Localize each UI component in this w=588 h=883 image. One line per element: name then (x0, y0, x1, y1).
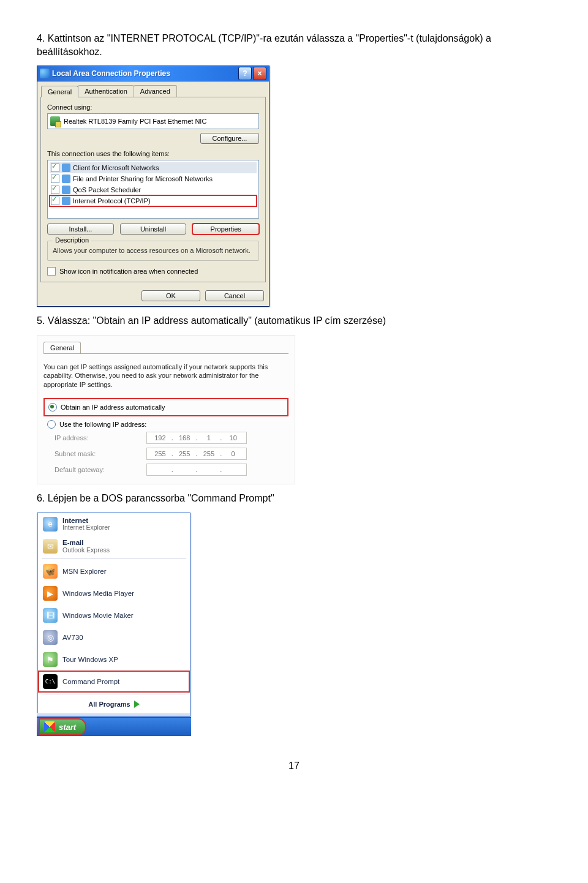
checkbox-icon[interactable] (51, 175, 59, 183)
ip-address-label: IP address: (55, 434, 146, 441)
start-button[interactable]: start (39, 719, 86, 735)
item-label: Client for Microsoft Networks (73, 164, 159, 171)
menu-item-main: E-mail (62, 539, 110, 547)
menu-item-email[interactable]: ✉ E-mail Outlook Express (38, 535, 190, 557)
step5-text: 5. Válassza: "Obtain an IP address autom… (37, 314, 551, 328)
ip-octet: 0 (224, 450, 243, 457)
protocol-icon (62, 186, 70, 194)
ie-icon: e (43, 517, 58, 532)
menu-item-main: AV730 (62, 634, 83, 642)
show-icon-checkbox-row[interactable]: Show icon in notification area when conn… (47, 267, 259, 276)
checkbox-icon[interactable] (47, 267, 56, 276)
tour-icon: ⚑ (43, 652, 58, 667)
dialog-titlebar: Local Area Connection Properties ? × (37, 66, 269, 81)
items-listbox[interactable]: Client for Microsoft Networks File and P… (47, 160, 259, 219)
default-gateway-row: Default gateway: . . . (43, 462, 288, 478)
item-qos-scheduler[interactable]: QoS Packet Scheduler (50, 184, 257, 195)
protocol-icon (62, 197, 70, 205)
ip-note-text: You can get IP settings assigned automat… (43, 363, 288, 390)
radio-label: Use the following IP address: (59, 421, 146, 428)
radio-icon[interactable] (48, 403, 57, 411)
obtain-auto-group: Obtain an IP address automatically (43, 398, 288, 416)
checkbox-icon[interactable] (51, 197, 59, 205)
menu-divider (42, 558, 186, 559)
protocol-icon (62, 175, 70, 183)
wmp-icon: ▶ (43, 586, 58, 601)
item-file-printer-sharing[interactable]: File and Printer Sharing for Microsoft N… (50, 173, 257, 184)
configure-button[interactable]: Configure... (200, 133, 259, 144)
install-button[interactable]: Install... (47, 224, 114, 235)
menu-item-internet[interactable]: e Internet Internet Explorer (38, 513, 190, 535)
description-text: Allows your computer to access resources… (53, 246, 254, 255)
help-button[interactable]: ? (238, 67, 252, 80)
ok-button[interactable]: OK (141, 290, 200, 301)
checkbox-icon[interactable] (51, 186, 59, 194)
step6-text: 6. Lépjen be a DOS parancssorba "Command… (37, 492, 551, 505)
default-gateway-label: Default gateway: (55, 466, 146, 473)
radio-icon[interactable] (47, 420, 56, 429)
menu-item-command-prompt[interactable]: C:\ Command Prompt (38, 671, 190, 693)
page-number: 17 (37, 761, 551, 772)
item-tcpip[interactable]: Internet Protocol (TCP/IP) (50, 195, 257, 206)
subnet-mask-label: Subnet mask: (55, 450, 146, 457)
show-icon-label: Show icon in notification area when conn… (59, 268, 198, 275)
default-gateway-field[interactable]: . . . (146, 464, 247, 476)
step4-text: 4. Kattintson az "INTERNET PROTOCAL (TCP… (37, 32, 551, 58)
radio-obtain-auto[interactable]: Obtain an IP address automatically (48, 402, 284, 413)
windows-flag-icon (44, 721, 55, 732)
menu-item-main: Tour Windows XP (62, 656, 118, 664)
start-menu: e Internet Internet Explorer ✉ E-mail Ou… (37, 513, 190, 717)
taskbar: start (37, 717, 191, 736)
tab-authentication[interactable]: Authentication (78, 85, 134, 97)
menu-item-main: Windows Media Player (62, 590, 134, 598)
item-buttons-row: Install... Uninstall Properties (47, 224, 259, 235)
nic-icon (50, 116, 60, 126)
menu-item-av730[interactable]: ◎ AV730 (38, 626, 190, 648)
subnet-mask-field[interactable]: 255. 255. 255. 0 (146, 448, 247, 460)
radio-label: Obtain an IP address automatically (61, 404, 165, 411)
menu-divider (42, 694, 186, 694)
all-programs[interactable]: All Programs (38, 696, 190, 713)
item-label: Internet Protocol (TCP/IP) (73, 197, 151, 205)
ip-address-row: IP address: 192. 168. 1. 10 (43, 430, 288, 446)
item-client-ms-networks[interactable]: Client for Microsoft Networks (50, 162, 257, 173)
tcpip-properties-panel: General You can get IP settings assigned… (37, 335, 295, 485)
lan-properties-dialog: Local Area Connection Properties ? × Gen… (37, 66, 270, 307)
radio-use-following[interactable]: Use the following IP address: (43, 419, 288, 430)
wmm-icon: 🎞 (43, 608, 58, 623)
tab-general[interactable]: General (43, 342, 81, 353)
menu-item-sub: Internet Explorer (62, 524, 110, 532)
ip-octet: 255 (175, 450, 194, 457)
ip-octet: 192 (151, 434, 170, 441)
properties-button[interactable]: Properties (192, 224, 259, 235)
description-group: Description Allows your computer to acce… (47, 241, 259, 261)
item-label: QoS Packet Scheduler (73, 186, 141, 194)
ip-octet: 255 (151, 450, 170, 457)
menu-item-wmp[interactable]: ▶ Windows Media Player (38, 582, 190, 604)
checkbox-icon[interactable] (51, 163, 59, 172)
all-programs-label: All Programs (88, 701, 130, 708)
nic-field: Realtek RTL8139 Family PCI Fast Ethernet… (47, 113, 259, 129)
av-icon: ◎ (43, 630, 58, 645)
protocol-icon (62, 163, 70, 172)
uninstall-button[interactable]: Uninstall (120, 224, 187, 235)
tab-content: Connect using: Realtek RTL8139 Family PC… (40, 97, 266, 282)
cancel-button[interactable]: Cancel (205, 290, 264, 301)
menu-item-main: Windows Movie Maker (62, 612, 134, 620)
msn-icon: 🦋 (43, 564, 58, 579)
tab-advanced[interactable]: Advanced (134, 85, 177, 97)
dialog-title: Local Area Connection Properties (52, 69, 237, 78)
tab-general[interactable]: General (41, 86, 78, 97)
connect-using-label: Connect using: (47, 103, 259, 111)
close-button[interactable]: × (253, 67, 266, 80)
menu-item-tour[interactable]: ⚑ Tour Windows XP (38, 648, 190, 671)
dialog-tabs: General Authentication Advanced (37, 81, 269, 97)
menu-item-wmm[interactable]: 🎞 Windows Movie Maker (38, 604, 190, 626)
start-label: start (59, 723, 76, 732)
menu-item-msn[interactable]: 🦋 MSN Explorer (38, 560, 190, 582)
menu-item-main: MSN Explorer (62, 568, 107, 576)
ip-address-field[interactable]: 192. 168. 1. 10 (146, 432, 247, 444)
uses-items-label: This connection uses the following items… (47, 150, 259, 157)
description-legend: Description (53, 236, 91, 244)
menu-footer-strip (37, 713, 190, 716)
